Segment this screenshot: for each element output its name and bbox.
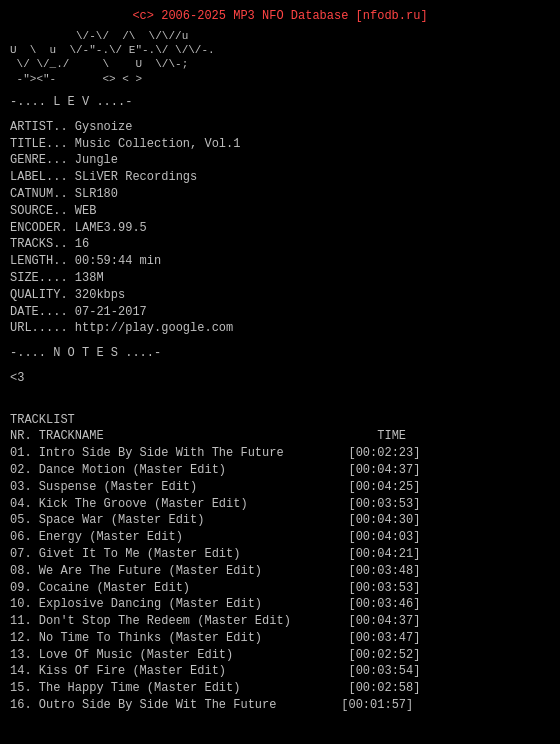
tracklist-columns: NR. TRACKNAME TIME bbox=[10, 429, 406, 443]
track-15: 15. The Happy Time (Master Edit) [00:02:… bbox=[10, 681, 420, 695]
track-07: 07. Givet It To Me (Master Edit) [00:04:… bbox=[10, 547, 420, 561]
track-03: 03. Suspense (Master Edit) [00:04:25] bbox=[10, 480, 420, 494]
tracklist-heading: TRACKLIST bbox=[10, 413, 75, 427]
date-line: DATE.... 07-21-2017 bbox=[10, 305, 147, 319]
notes-content: <3 bbox=[10, 370, 550, 387]
tracks-line: TRACKS.. 16 bbox=[10, 237, 89, 251]
header-copyright: <c> 2006-2025 MP3 NFO Database [nfodb.ru… bbox=[10, 8, 550, 25]
divider-top: -.... L E V ....- bbox=[10, 94, 550, 111]
metadata-block: ARTIST.. Gysnoize TITLE... Music Collect… bbox=[10, 119, 550, 337]
track-16: 16. Outro Side By Side Wit The Future [0… bbox=[10, 698, 413, 712]
length-line: LENGTH.. 00:59:44 min bbox=[10, 254, 161, 268]
label-line: LABEL... SLiVER Recordings bbox=[10, 170, 197, 184]
track-08: 08. We Are The Future (Master Edit) [00:… bbox=[10, 564, 420, 578]
track-12: 12. No Time To Thinks (Master Edit) [00:… bbox=[10, 631, 420, 645]
ascii-art-logo: \/-\/ /\ \/\//u U \ u \/-"-.\/ E"-.\/ \/… bbox=[10, 29, 550, 86]
totals-separator: -------- bbox=[360, 740, 418, 744]
title-line: TITLE... Music Collection, Vol.1 bbox=[10, 137, 240, 151]
track-13: 13. Love Of Music (Master Edit) [00:02:5… bbox=[10, 648, 420, 662]
quality-line: QUALITY. 320kbps bbox=[10, 288, 125, 302]
track-14: 14. Kiss Of Fire (Master Edit) [00:03:54… bbox=[10, 664, 420, 678]
source-line: SOURCE.. WEB bbox=[10, 204, 96, 218]
url-line: URL..... http://play.google.com bbox=[10, 321, 233, 335]
track-09: 09. Cocaine (Master Edit) [00:03:53] bbox=[10, 581, 420, 595]
track-10: 10. Explosive Dancing (Master Edit) [00:… bbox=[10, 597, 420, 611]
catnum-line: CATNUM.. SLR180 bbox=[10, 187, 118, 201]
track-11: 11. Don't Stop The Redeem (Master Edit) … bbox=[10, 614, 420, 628]
genre-line: GENRE... Jungle bbox=[10, 153, 118, 167]
track-04: 04. Kick The Groove (Master Edit) [00:03… bbox=[10, 497, 420, 511]
divider-notes: -.... N O T E S ....- bbox=[10, 345, 550, 362]
track-05: 05. Space War (Master Edit) [00:04:30] bbox=[10, 513, 420, 527]
track-06: 06. Energy (Master Edit) [00:04:03] bbox=[10, 530, 420, 544]
encoder-line: ENCODER. LAME3.99.5 bbox=[10, 221, 147, 235]
tracklist-section: TRACKLIST NR. TRACKNAME TIME 01. Intro S… bbox=[10, 395, 550, 714]
totals-section: -------- 00:59:44 00:59:44 min 138M bbox=[360, 722, 550, 744]
track-02: 02. Dance Motion (Master Edit) [00:04:37… bbox=[10, 463, 420, 477]
size-line: SIZE.... 138M bbox=[10, 271, 104, 285]
artist-line: ARTIST.. Gysnoize bbox=[10, 120, 132, 134]
track-01: 01. Intro Side By Side With The Future [… bbox=[10, 446, 420, 460]
